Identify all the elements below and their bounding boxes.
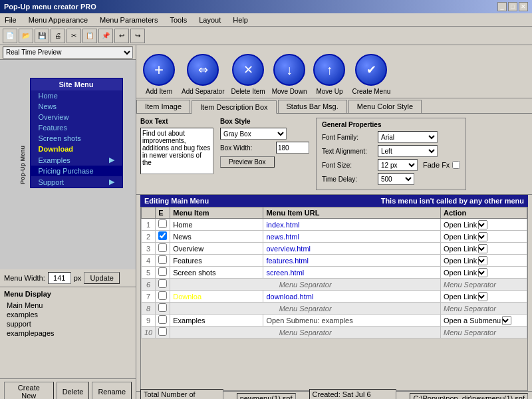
- row-url[interactable]: screen.html: [263, 267, 441, 279]
- cut-button[interactable]: ✂: [66, 29, 81, 43]
- create-menu-button[interactable]: ✔ Create Menu: [352, 54, 390, 95]
- row-menu-item: Downloa: [170, 291, 263, 303]
- row-url[interactable]: download.html: [263, 291, 441, 303]
- redo-button[interactable]: ↪: [130, 29, 145, 43]
- move-up-icon: ↑: [313, 54, 345, 86]
- action-select[interactable]: [502, 316, 511, 325]
- action-select[interactable]: [478, 268, 487, 277]
- new-file-button[interactable]: 📄: [3, 29, 17, 43]
- preview-select[interactable]: Real Time Preview: [3, 47, 133, 59]
- action-select[interactable]: [478, 292, 487, 301]
- row-menu-item: Examples: [170, 315, 263, 327]
- menu-item-screenshots[interactable]: Screen shots: [31, 133, 122, 144]
- row-url[interactable]: news.html: [263, 231, 441, 243]
- menu-item-home[interactable]: Home: [31, 90, 122, 101]
- font-size-select[interactable]: 12 px 10 px 14 px: [378, 159, 418, 171]
- menu-appearance[interactable]: Menu Appearance: [27, 15, 90, 25]
- add-separator-button[interactable]: ⇔ Add Separator: [182, 54, 225, 95]
- action-select[interactable]: [478, 244, 487, 253]
- row-url[interactable]: overview.html: [263, 243, 441, 255]
- menu-item-examples[interactable]: Examples ▶: [31, 154, 122, 166]
- tab-menu-color[interactable]: Menu Color Style: [348, 100, 422, 113]
- row-url[interactable]: features.html: [263, 255, 441, 267]
- created-date: Created: Sat Jul 6 11:01:49: [309, 389, 397, 400]
- box-text-section: Box Text Find out about improvements, ad…: [140, 118, 213, 190]
- table-row: 7 Downloa download.html Open Link: [142, 291, 527, 303]
- row-check[interactable]: [156, 315, 170, 327]
- delete-item-button[interactable]: ✕ Delete Item: [231, 54, 265, 95]
- menu-display-item-main[interactable]: Main Menu: [4, 301, 132, 310]
- site-menu-header: Site Menu: [31, 78, 122, 90]
- menu-display-item-examples[interactable]: examples: [4, 310, 132, 319]
- row-check[interactable]: [156, 255, 170, 267]
- action-select[interactable]: [478, 256, 487, 265]
- row-check[interactable]: [156, 327, 170, 338]
- box-width-input[interactable]: [276, 142, 309, 154]
- action-select[interactable]: [478, 220, 487, 229]
- menu-help[interactable]: Help: [231, 15, 250, 25]
- create-new-button[interactable]: Create New: [4, 382, 54, 399]
- menu-parameters[interactable]: Menu Parameters: [98, 15, 160, 25]
- add-item-icon: +: [143, 54, 175, 86]
- row-url[interactable]: index.html: [263, 219, 441, 231]
- update-button[interactable]: Update: [84, 272, 119, 284]
- maximize-button[interactable]: □: [508, 2, 517, 11]
- fade-fx-checkbox[interactable]: [452, 161, 460, 169]
- row-action: Open Link: [444, 257, 477, 265]
- font-size-label: Font Size:: [322, 162, 375, 169]
- tab-status-bar[interactable]: Status Bar Msg.: [278, 100, 347, 113]
- save-button[interactable]: 💾: [35, 29, 49, 43]
- menu-item-features[interactable]: Features: [31, 122, 122, 133]
- box-text-input[interactable]: Find out about improvements, additions a…: [140, 128, 213, 174]
- menu-item-pricing[interactable]: Pricing Purchase: [31, 166, 122, 176]
- row-check[interactable]: [156, 303, 170, 315]
- menu-display-item-support[interactable]: support: [4, 319, 132, 329]
- row-number: 6: [142, 279, 156, 291]
- text-align-select[interactable]: Left Center: [378, 145, 438, 157]
- copy-button[interactable]: 📋: [82, 29, 97, 43]
- row-check[interactable]: [156, 267, 170, 279]
- menu-bar: File Menu Appearance Menu Parameters Too…: [0, 13, 532, 27]
- tab-item-image[interactable]: Item Image: [136, 100, 190, 113]
- row-check[interactable]: [156, 219, 170, 231]
- table-scroll[interactable]: E Menu Item Menu Item URL Action 1 Home …: [140, 207, 528, 391]
- table-row: 9 Examples Open Submenu: examples Open a…: [142, 315, 527, 327]
- open-button[interactable]: 📂: [19, 29, 33, 43]
- undo-button[interactable]: ↩: [114, 29, 129, 43]
- editing-header: Editing Main Menu: [144, 197, 209, 205]
- font-family-select[interactable]: Arial Verdana: [378, 131, 438, 143]
- menu-layout[interactable]: Layout: [197, 15, 223, 25]
- menu-file[interactable]: File: [3, 15, 19, 25]
- time-delay-select[interactable]: 500 300 700: [378, 173, 414, 185]
- rename-button[interactable]: Rename: [92, 382, 132, 399]
- tab-item-description[interactable]: Item Description Box: [192, 100, 276, 114]
- menu-tools[interactable]: Tools: [168, 15, 189, 25]
- menu-display-item-examplepages[interactable]: examplepages: [4, 329, 132, 338]
- menu-item-support[interactable]: Support ▶: [31, 176, 122, 188]
- add-item-button[interactable]: + Add Item: [143, 54, 175, 95]
- print-button[interactable]: 🖨: [51, 29, 65, 43]
- row-check[interactable]: [156, 231, 170, 243]
- row-url[interactable]: Open Submenu: examples: [263, 315, 441, 327]
- separator-label: Menu Separator: [170, 279, 441, 291]
- paste-button[interactable]: 📌: [98, 29, 113, 43]
- row-check[interactable]: [156, 279, 170, 291]
- row-check[interactable]: [156, 291, 170, 303]
- preview-box-button[interactable]: Preview Box: [220, 156, 275, 168]
- menu-item-overview[interactable]: Overview: [31, 112, 122, 122]
- row-menu-item: Home: [170, 219, 263, 231]
- menu-item-download[interactable]: Download: [31, 144, 122, 154]
- row-action-cell: Menu Separator: [441, 279, 527, 291]
- row-check[interactable]: [156, 243, 170, 255]
- move-up-button[interactable]: ↑ Move Up: [313, 54, 345, 95]
- move-down-label: Move Down: [272, 88, 307, 95]
- move-down-button[interactable]: ↓ Move Down: [272, 54, 307, 95]
- minimize-button[interactable]: _: [497, 2, 507, 11]
- action-select[interactable]: [478, 232, 487, 241]
- close-button[interactable]: ✕: [519, 2, 528, 11]
- menu-item-news[interactable]: News: [31, 101, 122, 112]
- delete-button[interactable]: Delete: [57, 382, 90, 399]
- row-menu-item: News: [170, 231, 263, 243]
- box-style-select[interactable]: Gray Box White Box Blue Box: [220, 128, 287, 140]
- menu-width-input[interactable]: [48, 272, 71, 284]
